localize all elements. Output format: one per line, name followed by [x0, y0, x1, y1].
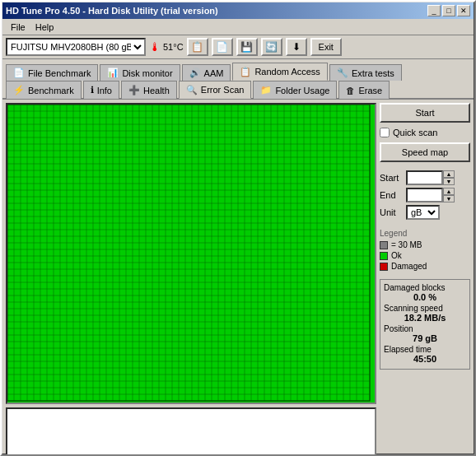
end-spinner: 80 ▲ ▼: [406, 188, 455, 202]
start-field-row: Start 0 ▲ ▼: [380, 170, 470, 185]
toolbar: FUJITSU MHV2080BH (80 gB) 🌡 51°C 📋 📄 💾 🔄…: [2, 35, 474, 59]
tab-file-benchmark[interactable]: 📄 File Benchmark: [6, 64, 98, 81]
main-window: HD Tune Pro 4.50 - Hard Disk Utility (tr…: [0, 0, 476, 456]
toolbar-icon-1[interactable]: 📋: [187, 38, 208, 56]
legend-item-damaged: Damaged: [380, 262, 470, 271]
tabs-row2: ⚡ Benchmark ℹ Info ➕ Health 🔍 Error Scan…: [2, 80, 474, 100]
tab-health[interactable]: ➕ Health: [121, 81, 177, 99]
legend-title: Legend: [380, 229, 470, 238]
tab-info[interactable]: ℹ Info: [83, 81, 119, 99]
start-spin-down[interactable]: ▼: [443, 178, 455, 185]
legend-label-ok: Ok: [391, 251, 402, 260]
end-spin-buttons: ▲ ▼: [443, 188, 455, 202]
end-input[interactable]: 80: [406, 188, 443, 202]
scanning-speed-value: 18.2 MB/s: [384, 313, 466, 323]
tabs-row1: 📄 File Benchmark 📊 Disk monitor 🔊 AAM 📋 …: [2, 59, 474, 80]
tab-benchmark[interactable]: ⚡ Benchmark: [6, 81, 82, 99]
scan-preview: [6, 407, 376, 456]
tab-disk-monitor[interactable]: 📊 Disk monitor: [100, 64, 180, 81]
damaged-blocks-label: Damaged blocks: [384, 283, 445, 292]
temperature-display: 🌡 51°C: [149, 40, 184, 54]
window-title: HD Tune Pro 4.50 - Hard Disk Utility (tr…: [6, 6, 218, 16]
toolbar-icon-5[interactable]: ⬇: [286, 38, 307, 56]
scan-area: [6, 103, 376, 456]
unit-label: Unit: [380, 207, 403, 217]
elapsed-time-stat: Elapsed time 45:50: [384, 345, 466, 364]
aam-icon: 🔊: [189, 67, 201, 78]
erase-icon: 🗑: [346, 86, 355, 95]
thermometer-icon: 🌡: [149, 40, 161, 54]
scanning-speed-label: Scanning speed: [384, 304, 443, 313]
end-label: End: [380, 190, 403, 200]
quick-scan-checkbox[interactable]: [380, 128, 390, 137]
exit-button[interactable]: Exit: [310, 38, 342, 56]
start-spinner: 0 ▲ ▼: [406, 170, 455, 185]
random-access-icon: 📋: [240, 67, 251, 77]
temperature-value: 51°C: [163, 42, 184, 52]
end-field-row: End 80 ▲ ▼: [380, 188, 470, 202]
elapsed-time-value: 45:50: [384, 354, 466, 364]
unit-field-row: Unit gB MB: [380, 205, 470, 220]
tab-folder-usage[interactable]: 📁 Folder Usage: [253, 81, 337, 99]
error-scan-icon: 🔍: [186, 85, 198, 95]
close-button[interactable]: ✕: [457, 5, 470, 16]
end-spin-up[interactable]: ▲: [443, 188, 455, 195]
scanning-speed-stat: Scanning speed 18.2 MB/s: [384, 304, 466, 323]
start-input[interactable]: 0: [406, 170, 443, 185]
end-spin-down[interactable]: ▼: [443, 195, 455, 202]
toolbar-icon-4[interactable]: 🔄: [261, 38, 282, 56]
legend-label-30mb: = 30 MB: [391, 240, 422, 249]
start-spin-up[interactable]: ▲: [443, 170, 455, 178]
damaged-blocks-stat: Damaged blocks 0.0 %: [384, 283, 466, 302]
quick-scan-label[interactable]: Quick scan: [393, 128, 437, 137]
main-content: Start Quick scan Speed map Start 0 ▲: [2, 100, 474, 456]
title-bar: HD Tune Pro 4.50 - Hard Disk Utility (tr…: [2, 2, 474, 19]
position-value: 79 gB: [384, 333, 466, 343]
start-button[interactable]: Start: [380, 103, 470, 123]
legend-item-30mb: = 30 MB: [380, 240, 470, 249]
menu-help[interactable]: Help: [30, 21, 59, 34]
tab-aam[interactable]: 🔊 AAM: [182, 64, 231, 81]
position-stat: Position 79 gB: [384, 324, 466, 343]
disk-monitor-icon: 📊: [107, 67, 119, 78]
speed-map-button[interactable]: Speed map: [380, 142, 470, 162]
start-spin-buttons: ▲ ▼: [443, 170, 455, 185]
drive-selector[interactable]: FUJITSU MHV2080BH (80 gB): [6, 38, 146, 56]
maximize-button[interactable]: □: [442, 5, 455, 16]
minimize-button[interactable]: _: [427, 5, 441, 16]
position-label: Position: [384, 324, 413, 333]
legend-box-30mb: [380, 241, 388, 249]
legend-item-ok: Ok: [380, 251, 470, 260]
tab-error-scan[interactable]: 🔍 Error Scan: [179, 81, 252, 99]
legend-box-damaged: [380, 263, 388, 271]
preview-canvas: [7, 409, 375, 455]
legend-label-damaged: Damaged: [391, 262, 427, 271]
extra-tests-icon: 🔧: [337, 67, 348, 78]
right-panel: Start Quick scan Speed map Start 0 ▲: [380, 103, 470, 456]
start-label: Start: [380, 173, 403, 183]
elapsed-time-label: Elapsed time: [384, 345, 432, 354]
title-buttons: _ □ ✕: [427, 5, 470, 16]
health-icon: ➕: [128, 85, 140, 95]
toolbar-icon-2[interactable]: 📄: [212, 38, 233, 56]
info-icon: ℹ: [91, 85, 94, 95]
damaged-blocks-value: 0.0 %: [384, 292, 466, 302]
quick-scan-row: Quick scan: [380, 126, 470, 139]
unit-selector[interactable]: gB MB: [406, 205, 440, 220]
scan-canvas: [7, 105, 375, 402]
menu-file[interactable]: File: [6, 21, 30, 34]
legend-box-ok: [380, 252, 388, 260]
toolbar-icon-3[interactable]: 💾: [236, 38, 258, 56]
file-benchmark-icon: 📄: [13, 67, 25, 78]
legend-section: Legend = 30 MB Ok Damaged: [380, 229, 470, 272]
tab-erase[interactable]: 🗑 Erase: [338, 81, 390, 99]
folder-usage-icon: 📁: [260, 85, 272, 95]
tab-extra-tests[interactable]: 🔧 Extra tests: [329, 64, 402, 81]
tab-random-access[interactable]: 📋 Random Access: [232, 63, 327, 81]
menu-bar: File Help: [2, 19, 474, 35]
scan-grid-container: [6, 103, 376, 404]
stats-section: Damaged blocks 0.0 % Scanning speed 18.2…: [380, 279, 470, 370]
benchmark-icon: ⚡: [13, 85, 25, 95]
